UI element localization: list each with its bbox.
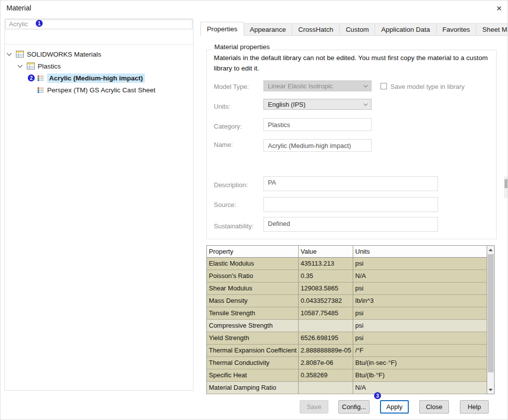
save-model-type-label: Save model type in library bbox=[390, 83, 465, 90]
column-header-value[interactable]: Value bbox=[299, 246, 353, 258]
table-row[interactable]: Shear Modulus 129083.5865 psi bbox=[207, 282, 487, 295]
units-cell: N/A bbox=[353, 270, 487, 282]
tab-properties[interactable]: Properties bbox=[200, 22, 244, 36]
value-cell: 435113.213 bbox=[299, 258, 353, 270]
close-icon[interactable]: × bbox=[492, 1, 507, 15]
tree-item-label: Perspex (TM) GS Acrylic Cast Sheet bbox=[47, 86, 155, 94]
units-value: English (IPS) bbox=[268, 101, 306, 108]
table-scrollbar[interactable] bbox=[487, 246, 494, 394]
value-cell: 2.888888889e-05 bbox=[299, 345, 353, 357]
property-cell: Shear Modulus bbox=[207, 282, 299, 295]
units-cell: Btu/(lb·°F) bbox=[353, 369, 487, 382]
category-field[interactable]: Plastics bbox=[263, 118, 372, 131]
tab-sheet-metal[interactable]: Sheet Metal bbox=[476, 23, 508, 36]
name-field[interactable]: Acrylic (Medium-high impact) bbox=[263, 139, 372, 152]
tab-application-data[interactable]: Application Data bbox=[375, 23, 436, 36]
description-field[interactable]: PA bbox=[263, 176, 438, 191]
help-button[interactable]: Help bbox=[460, 400, 489, 414]
category-icon bbox=[27, 63, 35, 70]
table-row[interactable]: Material Damping Ratio N/A bbox=[207, 382, 487, 394]
value-cell: 0.0433527382 bbox=[299, 295, 353, 307]
close-button[interactable]: Close bbox=[419, 400, 449, 414]
chevron-down-icon[interactable] bbox=[7, 51, 12, 56]
table-row[interactable]: Compressive Strength psi bbox=[207, 320, 487, 332]
tree-item-label: Plastics bbox=[38, 63, 61, 70]
property-cell: Mass Density bbox=[207, 295, 299, 307]
table-header-row: Property Value Units bbox=[207, 246, 487, 258]
tree-item-plastics[interactable]: Plastics bbox=[18, 60, 61, 72]
apply-button[interactable]: Apply bbox=[380, 400, 409, 414]
save-model-type-checkbox[interactable] bbox=[381, 83, 387, 89]
model-type-dropdown[interactable]: Linear Elastic Isotropic bbox=[263, 80, 372, 91]
property-cell: Tensile Strength bbox=[207, 307, 299, 320]
property-cell: Thermal Expansion Coefficient bbox=[207, 345, 299, 357]
units-dropdown[interactable]: English (IPS) bbox=[263, 99, 372, 110]
table-row[interactable]: Thermal Expansion Coefficient 2.88888888… bbox=[207, 345, 487, 357]
window-title: Material bbox=[6, 4, 31, 12]
units-cell: psi bbox=[353, 307, 487, 320]
column-header-units[interactable]: Units bbox=[353, 246, 487, 258]
property-cell: Yield Strength bbox=[207, 332, 299, 345]
tree-item-label: SOLIDWORKS Materials bbox=[27, 51, 101, 58]
scroll-down-icon[interactable] bbox=[487, 386, 494, 394]
model-type-value: Linear Elastic Isotropic bbox=[268, 82, 333, 90]
column-header-property[interactable]: Property bbox=[207, 246, 299, 258]
property-cell: Compressive Strength bbox=[207, 320, 299, 332]
table-row[interactable]: Thermal Conductivity 2.8087e-06 Btu/(in·… bbox=[207, 357, 487, 369]
search-input[interactable]: Acrylic bbox=[5, 19, 192, 29]
table-row[interactable]: Elastic Modulus 435113.213 psi bbox=[207, 258, 487, 270]
table-row[interactable]: Specific Heat 0.358269 Btu/(lb·°F) bbox=[207, 369, 487, 382]
property-cell: Thermal Conductivity bbox=[207, 357, 299, 369]
table-row[interactable]: Tensile Strength 10587.75485 psi bbox=[207, 307, 487, 320]
value-cell: 0.358269 bbox=[299, 369, 353, 382]
property-cell: Specific Heat bbox=[207, 369, 299, 382]
chevron-down-icon[interactable] bbox=[18, 63, 23, 68]
tab-crosshatch[interactable]: CrossHatch bbox=[292, 23, 340, 36]
tree-item-label: Acrylic (Medium-high impact) bbox=[47, 73, 145, 83]
source-label: Source: bbox=[214, 201, 236, 209]
window-edge-scrollbar-thumb[interactable] bbox=[505, 179, 508, 188]
tab-favorites[interactable]: Favorites bbox=[436, 23, 477, 36]
material-icon bbox=[37, 87, 44, 93]
units-cell: psi bbox=[353, 332, 487, 345]
tab-strip: Properties Appearance CrossHatch Custom … bbox=[200, 22, 508, 36]
config-button[interactable]: Config... bbox=[338, 400, 370, 414]
annotation-badge-2: 2 bbox=[28, 74, 35, 81]
table-row[interactable]: Poisson's Ratio 0.35 N/A bbox=[207, 270, 487, 282]
value-cell: 2.8087e-06 bbox=[299, 357, 353, 369]
tab-custom[interactable]: Custom bbox=[339, 23, 376, 36]
tree-item-solidworks-materials[interactable]: SOLIDWORKS Materials bbox=[7, 48, 101, 60]
units-cell: Btu/(in·sec·°F) bbox=[353, 357, 487, 369]
tab-appearance[interactable]: Appearance bbox=[244, 23, 293, 36]
scroll-up-icon[interactable] bbox=[487, 246, 494, 254]
value-cell: 6526.698195 bbox=[299, 332, 353, 345]
default-library-notice: Materials in the default library can not… bbox=[214, 53, 499, 73]
source-field[interactable] bbox=[263, 197, 438, 212]
value-cell: 129083.5865 bbox=[299, 282, 353, 295]
table-row[interactable]: Mass Density 0.0433527382 lb/in^3 bbox=[207, 295, 487, 307]
property-cell: Poisson's Ratio bbox=[207, 270, 299, 282]
scrollbar-thumb[interactable] bbox=[488, 254, 494, 372]
sustainability-field[interactable]: Defined bbox=[263, 217, 438, 232]
units-cell: psi bbox=[353, 320, 487, 332]
property-table: Property Value Units Elastic Modulus 435… bbox=[206, 245, 495, 394]
chevron-down-icon bbox=[364, 101, 368, 105]
name-label: Name: bbox=[214, 141, 233, 148]
table-row[interactable]: Yield Strength 6526.698195 psi bbox=[207, 332, 487, 345]
category-label: Category: bbox=[214, 123, 242, 130]
annotation-badge-1: 1 bbox=[36, 20, 43, 27]
tree-item-perspex[interactable]: Perspex (TM) GS Acrylic Cast Sheet bbox=[37, 84, 155, 96]
property-cell: Elastic Modulus bbox=[207, 258, 299, 270]
units-cell: psi bbox=[353, 282, 487, 295]
library-icon bbox=[16, 51, 24, 58]
material-dialog: Material × Acrylic 1 SOLIDWORKS Material… bbox=[0, 0, 508, 420]
tree-item-acrylic-selected[interactable]: Acrylic (Medium-high impact) bbox=[37, 72, 145, 84]
units-cell: lb/in^3 bbox=[353, 295, 487, 307]
value-cell bbox=[299, 320, 353, 332]
model-type-label: Model Type: bbox=[214, 83, 249, 90]
value-cell bbox=[299, 382, 353, 394]
value-cell: 0.35 bbox=[299, 270, 353, 282]
value-cell: 10587.75485 bbox=[299, 307, 353, 320]
units-cell: psi bbox=[353, 258, 487, 270]
units-cell: /°F bbox=[353, 345, 487, 357]
